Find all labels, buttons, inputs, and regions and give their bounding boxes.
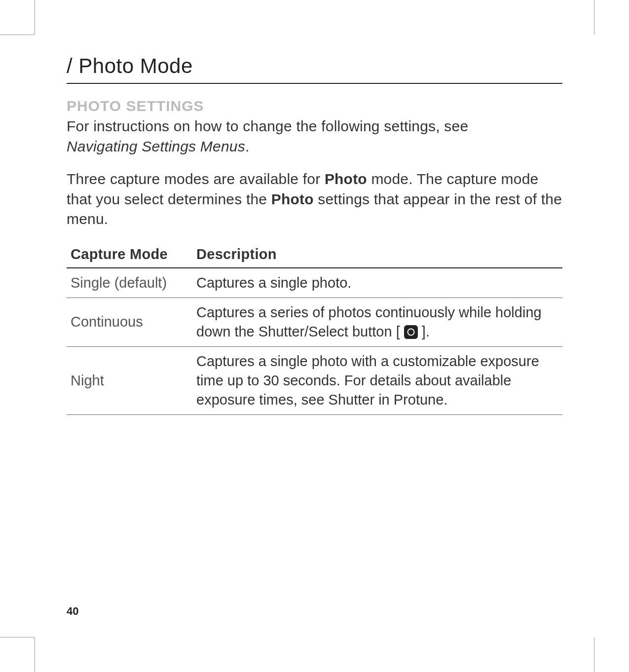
intro-text: For instructions on how to change the fo… — [67, 118, 468, 134]
table-header-row: Capture Mode Description — [67, 242, 562, 268]
mode-night: Night — [67, 346, 192, 414]
capture-modes-table: Capture Mode Description Single (default… — [67, 242, 562, 415]
crop-mark — [0, 35, 35, 35]
header-description: Description — [192, 242, 562, 268]
desc-text: in — [374, 392, 394, 408]
crop-mark — [35, 637, 35, 672]
page-number: 40 — [67, 605, 78, 618]
mode-single: Single (default) — [67, 268, 192, 298]
photo-bold: Photo — [325, 171, 367, 187]
mode-continuous: Continuous — [67, 298, 192, 346]
shutter-italic: Shutter — [329, 392, 375, 408]
desc-single: Captures a single photo. — [192, 268, 562, 298]
header-capture-mode: Capture Mode — [67, 242, 192, 268]
section-title: / Photo Mode — [67, 54, 562, 84]
photo-bold: Photo — [271, 191, 314, 207]
modes-paragraph: Three capture modes are available for Ph… — [67, 169, 562, 229]
shutter-select-bold: Shutter/Select — [259, 324, 348, 339]
protune-italic: Protune — [394, 392, 444, 408]
page-content: / Photo Mode PHOTO SETTINGS For instruct… — [67, 54, 562, 618]
table-row: Night Captures a single photo with a cus… — [67, 346, 562, 414]
photo-settings-heading: PHOTO SETTINGS — [67, 98, 562, 114]
crop-mark — [594, 0, 594, 35]
desc-continuous: Captures a series of photos continuously… — [192, 298, 562, 346]
table-row: Continuous Captures a series of photos c… — [67, 298, 562, 346]
intro-reference: Navigating Settings Menus — [67, 138, 245, 154]
crop-mark — [35, 0, 49, 35]
desc-text: button [ — [348, 324, 404, 339]
desc-night: Captures a single photo with a customiza… — [192, 346, 562, 414]
desc-text: ]. — [418, 324, 430, 339]
shutter-select-icon — [404, 325, 418, 339]
para-text: Three capture modes are available for — [67, 171, 325, 187]
crop-mark — [594, 637, 594, 672]
intro-paragraph: For instructions on how to change the fo… — [67, 116, 562, 156]
intro-period: . — [245, 138, 250, 154]
desc-text: . — [444, 392, 447, 408]
table-row: Single (default) Captures a single photo… — [67, 268, 562, 298]
crop-mark — [0, 637, 35, 637]
